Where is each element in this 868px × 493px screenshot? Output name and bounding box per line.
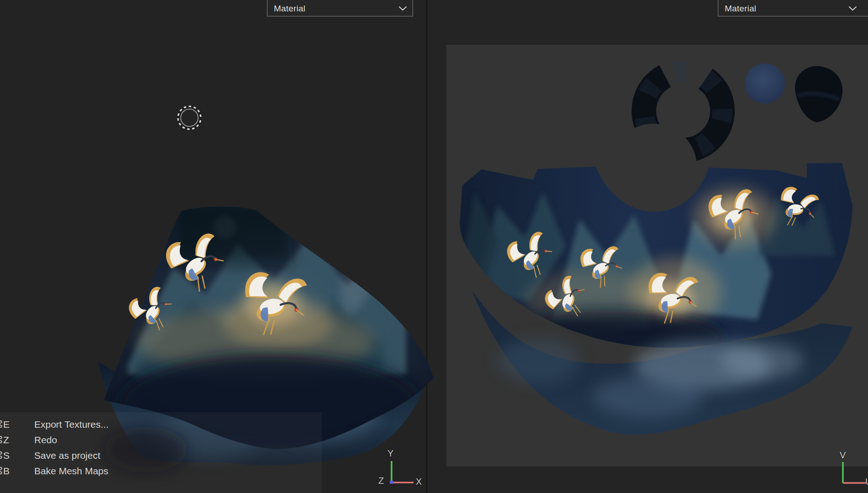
material-mode-dropdown-right[interactable]: Material <box>718 0 868 16</box>
menu-shortcut: ⌘B <box>0 463 10 479</box>
axis-label-z: Z <box>378 476 384 486</box>
menu-item-label: Redo <box>34 432 57 448</box>
material-mode-label: Material <box>274 2 305 14</box>
viewport-divider[interactable] <box>426 0 428 493</box>
menu-shortcut: ⌘E <box>0 417 10 432</box>
uv-shell-circle[interactable] <box>745 63 785 104</box>
axis-label-x: X <box>416 477 422 487</box>
app-window: Material Material ⌘E Export Textures... … <box>0 0 868 493</box>
material-mode-label: Material <box>725 2 756 14</box>
axis-label-v: V <box>840 450 846 461</box>
menu-item-label: Export Textures... <box>34 417 109 432</box>
menu-item-label: Save as project <box>34 448 100 463</box>
axis-label-u: U <box>865 477 868 487</box>
chevron-down-icon <box>848 6 857 11</box>
menu-shortcut: ⌘S <box>0 448 10 463</box>
axis-label-y: Y <box>387 448 393 459</box>
menu-shortcut: ⌘Z <box>0 432 9 448</box>
material-mode-dropdown-left[interactable]: Material <box>267 0 413 16</box>
menu-item-label: Bake Mesh Maps <box>34 463 108 479</box>
chevron-down-icon <box>398 6 407 11</box>
